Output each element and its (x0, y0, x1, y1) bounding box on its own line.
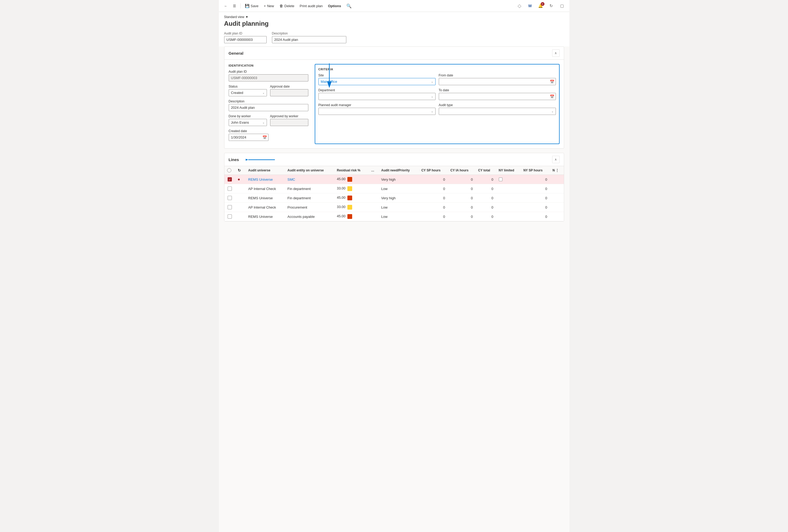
delete-icon: 🗑 (279, 4, 283, 8)
audit-entity-value-3: Procurement (288, 205, 307, 209)
new-button[interactable]: + New (262, 3, 276, 9)
row-select-cell (224, 184, 235, 193)
done-by-worker-select[interactable]: John Evans ⌄ (229, 119, 267, 126)
row-ellipsis-1 (368, 184, 378, 193)
to-date-calendar-icon[interactable]: 📅 (550, 95, 554, 99)
row-cy-sp-hours-2: 0 (418, 193, 448, 203)
planned-audit-manager-label: Planned audit manager (318, 103, 436, 107)
table-row: REMS Universe Accounts payable 45.00 Low… (224, 212, 564, 221)
approval-date-input[interactable] (270, 89, 308, 96)
delete-button[interactable]: 🗑 Delete (277, 2, 297, 9)
col-audit-need: Audit need/Priority (378, 166, 418, 175)
criteria-panel: CRITERIA Site MainOffice ⌄ From date (315, 64, 559, 144)
row-checkbox-0[interactable]: ✓ (228, 177, 232, 182)
word-icon: W (528, 4, 532, 8)
site-select[interactable]: MainOffice ⌄ (318, 78, 436, 85)
header-description-input[interactable] (272, 36, 346, 43)
options-button[interactable]: Options (326, 3, 343, 9)
close-icon: ▢ (560, 3, 564, 8)
row-more-1 (550, 184, 564, 193)
approved-by-worker-input[interactable] (270, 119, 308, 126)
row-cy-total-1: 0 (475, 184, 496, 193)
row-audit-universe-4: REMS Universe (246, 212, 285, 221)
row-ny-sp-hours-2: 0 (521, 193, 550, 203)
refresh-icon: ↻ (550, 3, 553, 8)
audit-entity-value-1: Fin department (288, 187, 311, 191)
general-section-toggle[interactable]: ∧ (552, 49, 559, 57)
row-audit-universe-2: REMS Universe (246, 193, 285, 203)
lines-section-toggle[interactable]: ∧ (552, 156, 559, 163)
col-cy-total: CY total (475, 166, 496, 175)
more-columns-icon[interactable]: … (371, 168, 374, 172)
from-date-calendar-icon[interactable]: 📅 (550, 80, 554, 84)
row-checkbox-2[interactable] (228, 196, 232, 200)
from-date-label: From date (439, 74, 556, 77)
print-button[interactable]: Print audit plan (297, 3, 325, 9)
audit-type-select[interactable]: ⌄ (439, 108, 556, 115)
status-field: Status Created ⌄ (229, 85, 267, 96)
row-audit-need-0: Very high (378, 175, 418, 184)
audit-entity-value-0[interactable]: SMC (288, 178, 295, 182)
general-section-header[interactable]: General ∧ (224, 47, 564, 60)
lines-section-title: Lines (229, 157, 239, 162)
row-checkbox-1[interactable] (228, 186, 232, 191)
audit-plan-id-input[interactable] (229, 74, 308, 81)
department-field: Department ⌄ (318, 88, 436, 100)
col-n-more-icon[interactable]: ⋮ (556, 168, 559, 172)
criteria-subtitle: CRITERIA (318, 68, 556, 71)
row-audit-universe-0[interactable]: REMS Universe (246, 175, 285, 184)
lines-table-body: ✓ ● REMS Universe SMC 45.00 Very high 0 … (224, 175, 564, 221)
row-cy-total-2: 0 (475, 193, 496, 203)
done-by-worker-chevron: ⌄ (262, 121, 264, 124)
word-icon-button[interactable]: W (526, 2, 534, 10)
status-approval-row: Status Created ⌄ Approval date (229, 85, 308, 96)
diamond-icon-button[interactable]: ◇ (515, 2, 524, 10)
description-input[interactable] (229, 104, 308, 111)
risk-badge-1 (348, 186, 352, 191)
row-cy-sp-hours-0: 0 (418, 175, 448, 184)
search-button[interactable]: 🔍 (344, 2, 354, 10)
view-selector[interactable]: Standard view ▼ (224, 15, 564, 19)
table-refresh-icon[interactable]: ↻ (238, 168, 241, 172)
row-more-4 (550, 212, 564, 221)
header-audit-plan-id-input[interactable] (224, 36, 267, 43)
row-indicator-cell-0: ● (235, 175, 246, 184)
row-more-2 (550, 193, 564, 203)
row-checkbox-4[interactable] (228, 214, 232, 219)
menu-button[interactable]: ☰ (231, 3, 238, 9)
from-date-input[interactable] (439, 78, 556, 85)
department-select[interactable]: ⌄ (318, 93, 436, 100)
approved-by-worker-label: Approved by worker (270, 114, 308, 118)
status-label: Status (229, 85, 267, 88)
save-button[interactable]: 💾 Save (243, 2, 261, 9)
row-residual-risk-4: 45.00 (334, 212, 368, 221)
back-button[interactable]: ← (222, 3, 230, 9)
search-icon: 🔍 (346, 3, 352, 8)
residual-risk-value-4: 45.00 (337, 214, 346, 218)
row-checkbox-3[interactable] (228, 205, 232, 209)
close-button[interactable]: ▢ (558, 2, 566, 10)
audit-universe-value-0[interactable]: REMS Universe (248, 178, 273, 182)
status-select[interactable]: Created ⌄ (229, 89, 267, 96)
row-residual-risk-1: 33.00 (334, 184, 368, 193)
lines-section-header[interactable]: Lines ∧ (224, 153, 564, 166)
row-residual-risk-3: 33.00 (334, 203, 368, 212)
audit-plan-id-field: Audit plan ID (229, 70, 308, 81)
calendar-icon[interactable]: 📅 (262, 135, 267, 140)
planned-audit-manager-select[interactable]: ⌄ (318, 108, 436, 115)
notification-button[interactable]: 🔔 0 (536, 2, 545, 10)
row-ny-limited-0 (496, 175, 521, 184)
col-audit-universe: Audit universe (246, 166, 285, 175)
to-date-input[interactable] (439, 93, 556, 100)
refresh-button[interactable]: ↻ (547, 2, 556, 10)
toolbar-right: ◇ W 🔔 0 ↻ ▢ (515, 2, 566, 10)
ny-limited-checkbox-0[interactable] (499, 178, 503, 181)
table-row: AP Internal Check Fin department 33.00 L… (224, 184, 564, 193)
col-residual-risk: Residual risk % (334, 166, 368, 175)
header-audit-plan-id-label: Audit plan ID (224, 32, 267, 35)
identification-panel: IDENTIFICATION Audit plan ID Status (229, 64, 308, 144)
row-audit-entity-0[interactable]: SMC (285, 175, 334, 184)
header-select-all-checkbox[interactable] (227, 168, 231, 172)
general-content: IDENTIFICATION Audit plan ID Status (224, 60, 564, 148)
description-row: Description (229, 100, 308, 111)
